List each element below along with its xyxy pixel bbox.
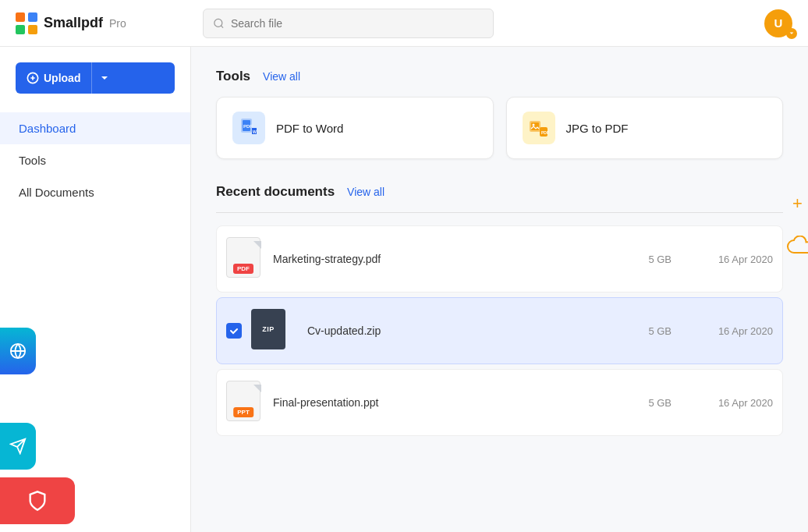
tool-jpg-to-pdf-icon-box: PDF [523, 112, 555, 144]
svg-text:W: W [253, 129, 257, 134]
doc-name: Final-presentation.ppt [273, 396, 648, 409]
left-partial-globe-icon [0, 328, 36, 374]
doc-name: Cv-updated.zip [307, 325, 648, 337]
svg-text:+: + [792, 193, 803, 212]
search-input[interactable] [231, 17, 484, 30]
doc-size: 5 GB [648, 397, 672, 409]
doc-icon-zip: ZIP [251, 309, 289, 353]
logo-pro: Pro [109, 17, 126, 30]
doc-icon-pdf: PDF [226, 237, 264, 281]
upload-button[interactable]: Upload [16, 62, 175, 94]
svg-rect-11 [531, 122, 539, 130]
svg-point-12 [532, 124, 534, 126]
tools-grid: PDF W PDF to Word PDF [216, 97, 783, 159]
tools-section-header: Tools View all [216, 69, 783, 84]
avatar[interactable]: U [764, 9, 792, 37]
section-divider [216, 212, 783, 213]
doc-icon-ppt: PPT [226, 381, 264, 424]
logo-icon [16, 12, 37, 34]
sidebar-item-dashboard[interactable]: Dashboard [0, 112, 190, 144]
doc-checkbox[interactable] [226, 323, 242, 339]
doc-badge-ppt: PPT [233, 407, 253, 417]
tools-view-all[interactable]: View all [263, 70, 300, 83]
topbar: Smallpdf Pro U [0, 0, 808, 47]
cloud-icon[interactable] [785, 231, 808, 262]
table-row[interactable]: ZIP Cv-updated.zip 5 GB 16 Apr 2020 [216, 297, 783, 364]
right-floating-icons: + [785, 187, 808, 262]
svg-rect-2 [16, 25, 25, 34]
recent-view-all[interactable]: View all [347, 186, 385, 198]
tool-pdf-to-word-name: PDF to Word [276, 122, 343, 135]
tool-pdf-to-word-icon-box: PDF W [232, 112, 265, 144]
tool-pdf-to-word[interactable]: PDF W PDF to Word [216, 97, 494, 159]
svg-text:PDF: PDF [243, 124, 253, 129]
upload-label: Upload [44, 72, 80, 84]
svg-rect-0 [16, 12, 25, 22]
search-icon [213, 17, 225, 30]
svg-rect-1 [28, 12, 37, 22]
recent-section-title: Recent documents [216, 184, 335, 200]
tool-jpg-to-pdf[interactable]: PDF JPG to PDF [506, 97, 784, 159]
upload-btn-area: Upload [0, 62, 190, 112]
recent-section-header: Recent documents View all [216, 184, 783, 200]
doc-badge-pdf: PDF [233, 264, 253, 274]
doc-size: 5 GB [648, 325, 672, 337]
svg-text:PDF: PDF [541, 130, 549, 135]
content-area: Tools View all PDF W PDF to Word [191, 47, 808, 532]
add-icon[interactable]: + [785, 187, 808, 218]
left-partial-send-icon [0, 423, 36, 470]
avatar-chevron [786, 28, 797, 39]
doc-name: Marketing-strategy.pdf [273, 253, 648, 265]
logo-name: Smallpdf [44, 15, 103, 31]
table-row[interactable]: PDF Marketing-strategy.pdf 5 GB 16 Apr 2… [216, 225, 783, 293]
svg-point-4 [214, 19, 222, 27]
main-layout: Upload Dashboard Tools All Documents Too… [0, 47, 808, 532]
table-row[interactable]: PPT Final-presentation.ppt 5 GB 16 Apr 2… [216, 369, 783, 436]
sidebar-item-all-documents[interactable]: All Documents [0, 176, 190, 208]
svg-rect-3 [28, 25, 37, 34]
left-partial-shield-icon [0, 477, 75, 524]
doc-date: 16 Apr 2020 [703, 325, 773, 337]
logo-area: Smallpdf Pro [16, 12, 203, 34]
tool-jpg-to-pdf-name: JPG to PDF [566, 122, 629, 135]
doc-date: 16 Apr 2020 [703, 397, 773, 409]
tools-section-title: Tools [216, 69, 250, 84]
search-bar[interactable] [203, 9, 494, 38]
doc-size: 5 GB [648, 254, 672, 265]
documents-list: PDF Marketing-strategy.pdf 5 GB 16 Apr 2… [216, 225, 783, 441]
sidebar-item-tools[interactable]: Tools [0, 144, 190, 176]
doc-date: 16 Apr 2020 [703, 254, 773, 265]
